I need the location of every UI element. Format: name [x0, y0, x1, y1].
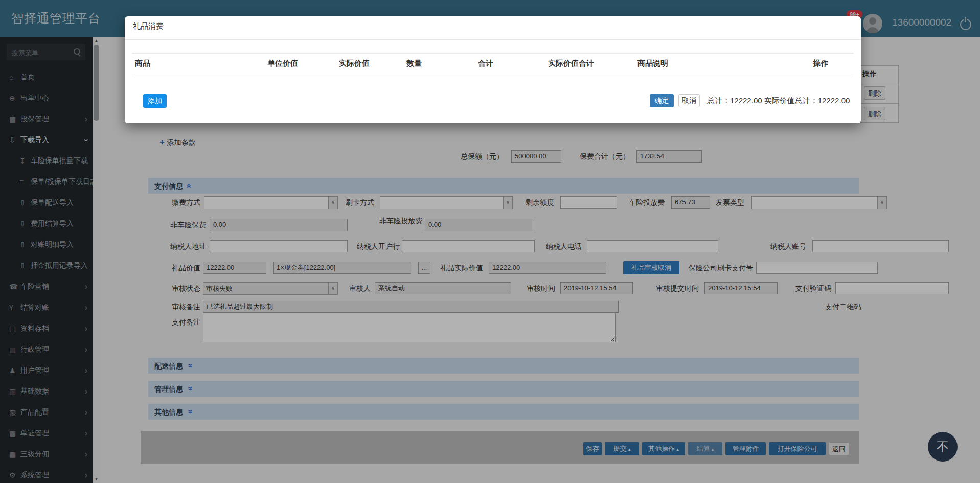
column-header: 商品: [135, 59, 150, 68]
column-header: 实际价值合计: [548, 59, 594, 68]
column-header: 实际价值: [339, 59, 370, 68]
column-header: 合计: [478, 59, 493, 68]
total-value: 12222.00: [730, 96, 762, 105]
column-header: 单位价值: [267, 59, 298, 68]
column-header: 操作: [813, 59, 828, 68]
modal-title: 礼品消费: [133, 21, 164, 31]
column-header: 数量: [406, 59, 422, 68]
cancel-button[interactable]: 取消: [678, 94, 700, 107]
confirm-button[interactable]: 确定: [650, 94, 674, 107]
add-gift-button[interactable]: 添加: [143, 94, 167, 108]
column-header: 商品说明: [637, 59, 668, 68]
actual-total-value: 12222.00: [818, 96, 850, 105]
gift-totals: 总计：12222.00 实际价值总计：12222.00: [707, 94, 850, 107]
gift-consumption-modal: 礼品消费 商品单位价值实际价值数量合计实际价值合计商品说明操作 添加 确定 取消…: [125, 16, 861, 123]
screen: 智择通管理平台 13600000002 99+ ⌂首页⊕出单中心▤投保管理›⇩下…: [0, 0, 980, 483]
